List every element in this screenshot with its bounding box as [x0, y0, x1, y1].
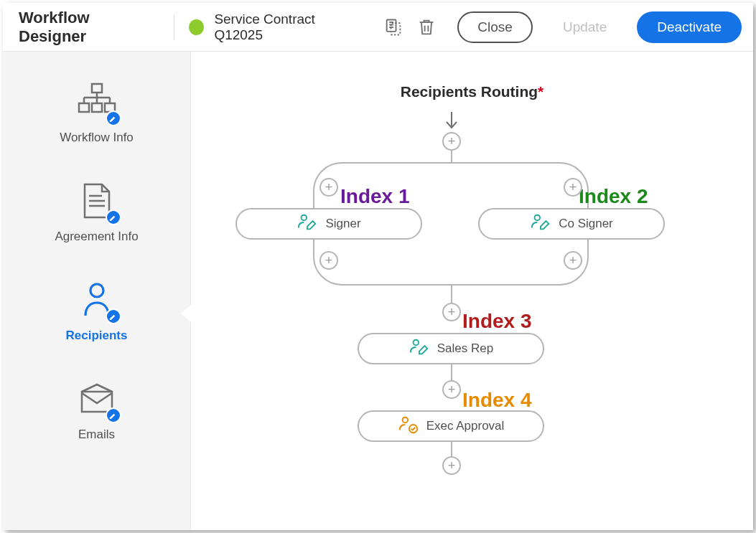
- connector: [451, 442, 452, 456]
- svg-point-24: [413, 340, 419, 346]
- index-2-label: Index 2: [579, 185, 648, 208]
- sidebar-item-label: Agreement Info: [55, 230, 138, 244]
- add-before-signer[interactable]: +: [319, 178, 338, 197]
- delete-icon[interactable]: [415, 16, 438, 39]
- nav-active-pointer: [181, 305, 191, 322]
- index-3-label: Index 3: [462, 310, 531, 333]
- add-after-signer[interactable]: +: [319, 251, 338, 270]
- routing-canvas: Recipients Routing* + Index 1 Index 2 + …: [191, 52, 753, 530]
- svg-point-22: [302, 215, 307, 221]
- recipient-label: Sales Rep: [437, 341, 493, 356]
- page-title: Workflow Designer: [19, 9, 159, 46]
- body: Workflow Info Agreement Info: [3, 52, 753, 530]
- sidebar: Workflow Info Agreement Info: [3, 52, 191, 530]
- add-recipient-top[interactable]: +: [442, 132, 461, 151]
- header-bar: Workflow Designer Service Contract Q1202…: [3, 3, 753, 52]
- svg-point-19: [90, 284, 103, 297]
- workflow-name: Service Contract Q12025: [214, 11, 365, 43]
- connector: [451, 151, 452, 162]
- recipient-salesrep[interactable]: Sales Rep: [358, 333, 544, 364]
- sidebar-item-label: Workflow Info: [60, 131, 134, 145]
- add-before-salesrep[interactable]: +: [442, 303, 461, 321]
- add-before-cosigner[interactable]: +: [564, 178, 582, 197]
- svg-rect-20: [82, 392, 112, 412]
- sidebar-item-agreement-info[interactable]: Agreement Info: [3, 165, 190, 264]
- agreement-info-icon: [75, 179, 118, 222]
- edit-badge-icon: [106, 407, 121, 423]
- index-4-label: Index 4: [462, 389, 531, 412]
- sidebar-item-emails[interactable]: Emails: [3, 363, 190, 462]
- recipient-label: Co Signer: [559, 217, 613, 231]
- close-button[interactable]: Close: [457, 11, 533, 43]
- recipient-signer[interactable]: Signer: [235, 208, 422, 240]
- approver-icon: [398, 415, 419, 438]
- svg-rect-9: [92, 103, 102, 112]
- recipients-icon: [75, 278, 118, 321]
- emails-icon: [75, 377, 118, 420]
- recipient-label: Exec Approval: [426, 419, 505, 433]
- recipient-exec-approval[interactable]: Exec Approval: [358, 410, 544, 442]
- edit-badge-icon: [106, 209, 121, 225]
- signer-icon: [530, 212, 551, 235]
- app-window: Workflow Designer Service Contract Q1202…: [3, 3, 753, 530]
- add-after-cosigner[interactable]: +: [564, 251, 582, 270]
- status-indicator: [189, 19, 205, 35]
- recipient-cosigner[interactable]: Co Signer: [478, 208, 665, 240]
- signer-icon: [297, 212, 318, 235]
- add-after-exec[interactable]: +: [442, 456, 461, 475]
- svg-point-23: [535, 215, 541, 221]
- update-button: Update: [543, 11, 627, 43]
- add-before-exec[interactable]: +: [442, 380, 461, 399]
- workflow-info-icon: [75, 80, 118, 123]
- canvas-title: Recipients Routing*: [191, 83, 753, 100]
- clone-icon[interactable]: [382, 16, 405, 39]
- arrow-down-icon: [444, 110, 459, 133]
- svg-rect-8: [79, 103, 89, 112]
- svg-point-25: [402, 418, 408, 423]
- signer-icon: [409, 337, 430, 360]
- edit-badge-icon: [106, 308, 121, 324]
- sidebar-item-workflow-info[interactable]: Workflow Info: [3, 66, 190, 165]
- sidebar-item-label: Recipients: [66, 329, 128, 343]
- connector: [451, 364, 452, 380]
- svg-rect-7: [92, 84, 102, 93]
- recipient-label: Signer: [325, 217, 360, 231]
- deactivate-button[interactable]: Deactivate: [637, 11, 742, 43]
- edit-badge-icon: [106, 110, 121, 126]
- sidebar-item-recipients[interactable]: Recipients: [3, 264, 190, 363]
- divider: [174, 14, 174, 40]
- connector: [451, 286, 452, 303]
- index-1-label: Index 1: [340, 185, 409, 208]
- sidebar-item-label: Emails: [78, 428, 115, 442]
